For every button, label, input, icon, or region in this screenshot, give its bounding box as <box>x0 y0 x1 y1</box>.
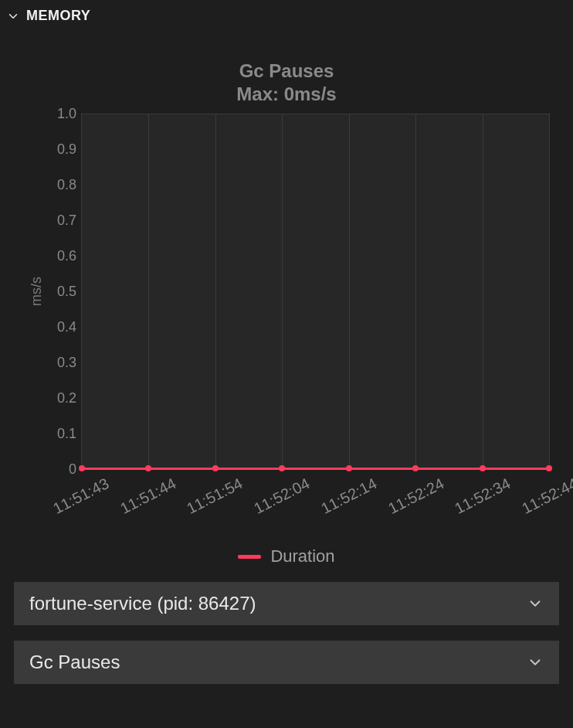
data-point <box>145 465 151 471</box>
grid-line <box>483 114 483 468</box>
legend: Duration <box>15 546 558 566</box>
data-point <box>412 465 419 471</box>
y-tick: 0.8 <box>57 177 76 193</box>
y-tick: 0.6 <box>57 248 76 264</box>
x-tick: 11:51:44 <box>117 475 179 518</box>
y-tick: 0.3 <box>57 355 76 371</box>
chart-title: Gc Pauses <box>15 60 558 83</box>
panel-header[interactable]: MEMORY <box>0 0 573 29</box>
x-tick: 11:51:43 <box>50 475 112 518</box>
chart-subtitle: Max: 0ms/s <box>15 83 558 106</box>
data-point <box>79 465 85 471</box>
x-tick: 11:52:24 <box>385 475 447 518</box>
chevron-down-icon <box>6 9 20 23</box>
x-tick: 11:52:44 <box>519 475 573 518</box>
data-point <box>346 465 352 471</box>
metric-select[interactable]: Gc Pauses <box>14 641 559 684</box>
y-tick: 0 <box>69 461 76 478</box>
chart-container: Gc Pauses Max: 0ms/s ms/s 1.00.90.80.70.… <box>0 29 573 566</box>
process-select[interactable]: fortune-service (pid: 86427) <box>14 582 559 625</box>
y-tick: 0.2 <box>57 390 76 407</box>
grid-line <box>148 114 149 468</box>
select-group: fortune-service (pid: 86427) Gc Pauses <box>0 582 573 684</box>
panel-title: MEMORY <box>26 8 90 24</box>
x-tick: 11:52:34 <box>452 475 514 518</box>
grid-line <box>349 114 350 468</box>
grid-line <box>282 114 283 468</box>
data-point <box>212 465 219 471</box>
chart-title-block: Gc Pauses Max: 0ms/s <box>15 60 558 106</box>
x-tick: 11:51:54 <box>185 475 246 518</box>
y-tick: 0.7 <box>57 213 76 229</box>
plot-area <box>81 114 550 469</box>
metric-select-value: Gc Pauses <box>29 651 120 673</box>
grid-line <box>415 114 416 468</box>
y-tick: 0.1 <box>57 426 76 442</box>
process-select-value: fortune-service (pid: 86427) <box>29 593 256 614</box>
x-tick: 11:52:04 <box>251 475 313 518</box>
y-tick: 0.4 <box>57 319 76 335</box>
legend-swatch <box>238 555 261 559</box>
data-point <box>480 465 486 471</box>
data-point <box>279 465 285 471</box>
y-tick: 0.5 <box>57 284 76 300</box>
grid-line <box>215 114 216 468</box>
x-tick: 11:52:14 <box>318 475 380 518</box>
y-tick: 1.0 <box>57 106 76 122</box>
legend-label: Duration <box>270 546 334 566</box>
x-axis: 11:51:4311:51:4411:51:5411:52:0411:52:14… <box>81 469 550 539</box>
y-tick: 0.9 <box>57 141 76 158</box>
plot-wrap: ms/s 1.00.90.80.70.60.50.40.30.20.10 <box>39 114 550 469</box>
chevron-down-icon <box>527 595 544 612</box>
y-axis: 1.00.90.80.70.60.50.40.30.20.10 <box>39 114 81 469</box>
data-point <box>546 465 552 471</box>
chevron-down-icon <box>527 654 544 671</box>
